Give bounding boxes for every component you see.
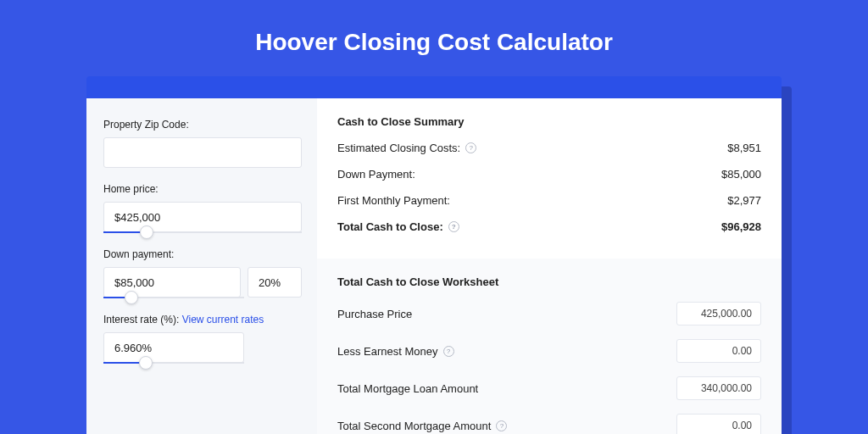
summary-row: Estimated Closing Costs: ? $8,951 — [337, 142, 761, 154]
summary-value: $85,000 — [721, 168, 761, 181]
ws-value[interactable]: 425,000.00 — [676, 302, 761, 326]
inputs-panel: Property Zip Code: Home price: Down paym… — [86, 98, 317, 434]
view-rates-link[interactable]: View current rates — [182, 314, 264, 326]
zip-input[interactable] — [103, 137, 302, 168]
ws-value[interactable]: 0.00 — [676, 339, 761, 363]
summary-label: Estimated Closing Costs: ? — [337, 142, 476, 154]
results-panel: Cash to Close Summary Estimated Closing … — [317, 98, 782, 434]
slider-thumb[interactable] — [125, 291, 138, 304]
ws-value[interactable]: 0.00 — [676, 414, 761, 434]
down-payment-slider[interactable] — [103, 297, 244, 298]
ws-label-text: Total Second Mortgage Amount — [337, 420, 491, 432]
interest-rate-slider[interactable] — [103, 362, 244, 364]
summary-value: $2,977 — [727, 194, 761, 207]
summary-value: $8,951 — [727, 142, 761, 154]
page-title: Hoover Closing Cost Calculator — [0, 0, 868, 76]
section-divider — [337, 247, 761, 259]
home-price-field-group: Home price: — [103, 183, 302, 233]
summary-row: Down Payment: $85,000 — [337, 168, 761, 181]
summary-label-text: Down Payment: — [337, 168, 415, 181]
info-icon[interactable]: ? — [448, 221, 459, 232]
ws-label: Total Mortgage Loan Amount — [337, 382, 478, 395]
slider-thumb[interactable] — [140, 225, 153, 239]
ws-label: Less Earnest Money ? — [337, 345, 454, 358]
card-top-bar — [86, 76, 782, 98]
down-payment-field-group: Down payment: — [103, 248, 302, 298]
card-body: Property Zip Code: Home price: Down paym… — [86, 98, 782, 434]
summary-label: Down Payment: — [337, 168, 415, 181]
worksheet-row: Purchase Price 425,000.00 — [337, 302, 761, 326]
summary-row: First Monthly Payment: $2,977 — [337, 194, 761, 207]
interest-rate-field-group: Interest rate (%): View current rates — [103, 314, 302, 364]
interest-rate-input[interactable] — [103, 332, 244, 363]
info-icon[interactable]: ? — [496, 420, 507, 431]
zip-field-group: Property Zip Code: — [103, 119, 302, 168]
ws-label-text: Less Earnest Money — [337, 345, 438, 358]
summary-label-text: First Monthly Payment: — [337, 194, 450, 207]
interest-rate-label-text: Interest rate (%): — [103, 314, 182, 326]
summary-label-text: Estimated Closing Costs: — [337, 142, 460, 154]
interest-rate-label: Interest rate (%): View current rates — [103, 314, 302, 326]
worksheet-section: Total Cash to Close Worksheet Purchase P… — [317, 259, 782, 434]
summary-label: First Monthly Payment: — [337, 194, 450, 207]
home-price-input[interactable] — [103, 202, 302, 232]
ws-label-text: Total Mortgage Loan Amount — [337, 382, 478, 395]
summary-label: Total Cash to Close: ? — [337, 220, 459, 233]
down-payment-percent-input[interactable] — [248, 267, 302, 298]
worksheet-row: Total Second Mortgage Amount ? 0.00 — [337, 414, 761, 434]
summary-label-text: Total Cash to Close: — [337, 220, 443, 233]
info-icon[interactable]: ? — [465, 142, 476, 153]
ws-value[interactable]: 340,000.00 — [676, 376, 761, 400]
home-price-slider[interactable] — [103, 231, 302, 233]
ws-label: Purchase Price — [337, 308, 412, 320]
ws-label: Total Second Mortgage Amount ? — [337, 420, 507, 432]
down-payment-label: Down payment: — [103, 248, 302, 260]
worksheet-row: Less Earnest Money ? 0.00 — [337, 339, 761, 363]
ws-label-text: Purchase Price — [337, 308, 412, 320]
summary-row-total: Total Cash to Close: ? $96,928 — [337, 220, 761, 233]
worksheet-row: Total Mortgage Loan Amount 340,000.00 — [337, 376, 761, 400]
info-icon[interactable]: ? — [443, 346, 454, 357]
down-payment-amount-input[interactable] — [103, 267, 241, 298]
summary-value: $96,928 — [721, 220, 761, 233]
home-price-label: Home price: — [103, 183, 302, 195]
zip-label: Property Zip Code: — [103, 119, 302, 131]
summary-title: Cash to Close Summary — [337, 115, 761, 128]
worksheet-title: Total Cash to Close Worksheet — [337, 275, 761, 288]
slider-thumb[interactable] — [139, 356, 153, 370]
